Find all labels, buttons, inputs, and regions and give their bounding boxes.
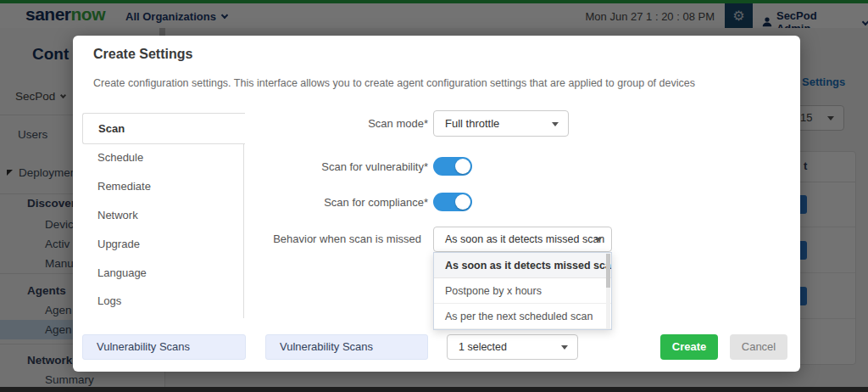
dropdown-option-detects-missed-scan[interactable]: As soon as it detects missed scan (434, 253, 611, 278)
behavior-dropdown-menu: As soon as it detects missed scan Postpo… (433, 252, 612, 330)
toggle-knob (455, 159, 470, 174)
scan-vulnerability-label: Scan for vulnerability* (242, 160, 428, 173)
caret-down-icon (595, 238, 602, 242)
caret-down-icon (561, 345, 568, 350)
scan-compliance-label: Scan for compliance* (242, 196, 428, 209)
dropdown-option-postpone[interactable]: Postpone by x hours (434, 278, 611, 304)
tab-logs[interactable]: Logs (82, 287, 244, 316)
tab-scan[interactable]: Scan (82, 113, 245, 144)
cancel-button[interactable]: Cancel (730, 334, 787, 360)
screen: sanernow All Organizations Mon Jun 27 1 … (0, 0, 868, 392)
behavior-missed-scan-value: As soon as it detects missed scan (434, 227, 611, 252)
toggle-knob (455, 194, 470, 210)
create-button[interactable]: Create (660, 334, 718, 360)
tab-upgrade[interactable]: Upgrade (82, 230, 244, 259)
tab-language[interactable]: Language (82, 259, 244, 288)
settings-tab-list: Scan Schedule Remediate Network Upgrade … (82, 113, 244, 318)
vulnerability-scans-chip-1[interactable]: Vulnerability Scans (82, 334, 246, 360)
modal-title: Create Settings (93, 47, 192, 62)
vulnerability-scans-chip-2[interactable]: Vulnerability Scans (265, 334, 428, 360)
modal-description: Create configuration settings. This inte… (93, 77, 695, 89)
scan-vulnerability-toggle[interactable] (433, 157, 472, 176)
scan-mode-select[interactable]: Full throttle (433, 110, 569, 137)
tab-remediate[interactable]: Remediate (82, 172, 244, 201)
selected-count-select[interactable]: 1 selected (447, 334, 578, 360)
tab-network[interactable]: Network (82, 201, 244, 230)
create-settings-modal: Create Settings Create configuration set… (73, 36, 800, 372)
scan-compliance-toggle[interactable] (433, 193, 472, 211)
dropdown-option-next-scheduled[interactable]: As per the next scheduled scan (434, 304, 611, 329)
caret-down-icon (552, 122, 559, 126)
selected-count-value: 1 selected (448, 335, 577, 360)
scan-mode-label: Scan mode* (242, 117, 428, 130)
behavior-missed-scan-select[interactable]: As soon as it detects missed scan (433, 227, 612, 252)
behavior-missed-scan-label: Behavior when scan is missed (225, 232, 421, 245)
tab-schedule[interactable]: Schedule (82, 143, 244, 172)
dropdown-scrollbar-thumb[interactable] (606, 254, 610, 288)
scan-mode-value: Full throttle (434, 111, 568, 136)
